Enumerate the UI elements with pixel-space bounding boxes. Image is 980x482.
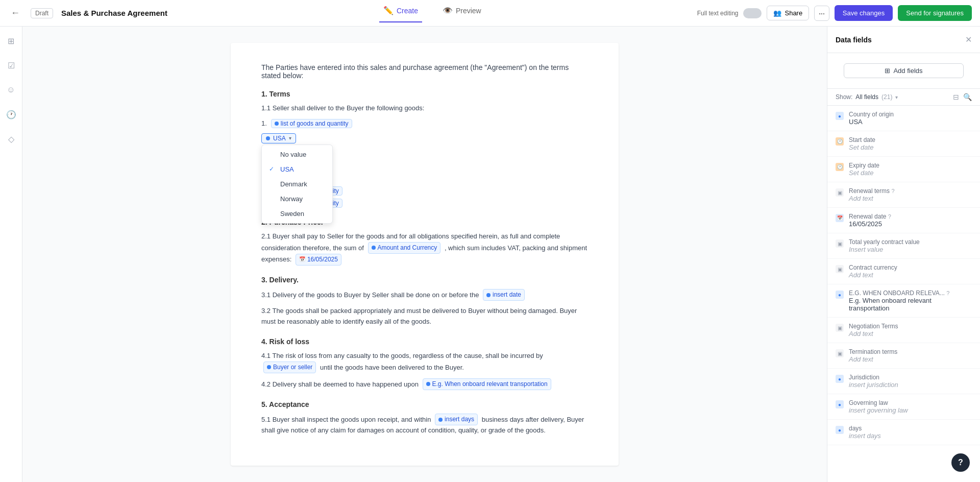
- panel-icon-1[interactable]: ⊞: [3, 33, 19, 49]
- tab-preview[interactable]: 👁️ Preview: [438, 4, 485, 22]
- cal-icon-1: 📅: [299, 255, 305, 263]
- field-info-termination-terms: Termination terms Add text: [849, 348, 972, 363]
- fields-list: ● Country of origin USA 🕐 Start date Set…: [827, 106, 980, 482]
- onboard-chip[interactable]: E.g. When onboard relevant transportatio…: [423, 378, 551, 390]
- section5-1: 5.1 Buyer shall inspect the goods upon r…: [261, 414, 588, 436]
- tab-create[interactable]: ✏️ Create: [379, 4, 422, 22]
- doc-area: The Parties have entered into this sales…: [22, 27, 827, 482]
- field-icon-governing-law: ●: [836, 400, 844, 408]
- panel-icon-3[interactable]: ☺: [3, 82, 19, 98]
- section4-title: 4. Risk of loss: [261, 338, 588, 346]
- dropdown-item-no-value[interactable]: No value: [262, 147, 332, 162]
- field-contract-currency[interactable]: ▣ Contract currency Add text: [827, 259, 980, 284]
- sidebar: Data fields ✕ ⊞ Add fields Show: All fie…: [827, 27, 980, 482]
- show-filter: Show: All fields (21) ▾ ⊟ 🔍: [827, 89, 980, 106]
- dropdown-item-denmark[interactable]: Denmark: [262, 177, 332, 191]
- field-info-days: days insert days: [849, 425, 972, 440]
- dropdown-item-sweden[interactable]: Sweden: [262, 206, 332, 221]
- panel-icon-2[interactable]: ☑: [3, 57, 19, 74]
- main: ⊞ ☑ ☺ 🕐 ◇ The Parties have entered into …: [0, 27, 980, 482]
- panel-icon-5[interactable]: ◇: [3, 131, 19, 147]
- field-value-governing-law: insert governing law: [849, 406, 972, 414]
- sidebar-title: Data fields: [836, 36, 872, 44]
- section4-2-pre: 4.2 Delivery shall be deemed to have hap…: [261, 380, 419, 388]
- sweden-label: Sweden: [280, 210, 304, 218]
- dropdown-item-usa[interactable]: ✓ USA: [262, 162, 332, 177]
- panel-icon-4[interactable]: 🕐: [3, 106, 19, 123]
- field-icon-country: ●: [836, 112, 844, 120]
- help-icon-renewal-terms: ?: [891, 188, 894, 194]
- field-info-expiry-date: Expiry date Set date: [849, 162, 972, 177]
- section5-1-pre: 5.1 Buyer shall inspect the goods upon r…: [261, 416, 431, 423]
- add-fields-button[interactable]: ⊞ Add fields: [844, 63, 964, 78]
- filter-icon[interactable]: ⊟: [953, 93, 959, 101]
- show-value[interactable]: All fields: [855, 93, 878, 101]
- field-icon-negotiation-terms: ▣: [836, 324, 844, 332]
- share-label: Share: [785, 9, 802, 17]
- help-button[interactable]: ?: [951, 453, 970, 472]
- section3-title: 3. Delivery.: [261, 276, 588, 284]
- insert-date-chip[interactable]: insert date: [483, 289, 525, 301]
- date-chip-1[interactable]: 📅 16/05/2025: [296, 254, 341, 266]
- field-start-date[interactable]: 🕐 Start date Set date: [827, 131, 980, 157]
- insert-date-label: insert date: [493, 290, 521, 300]
- country-dropdown-menu: No value ✓ USA Denmark Norway: [261, 144, 333, 224]
- field-renewal-date[interactable]: 📅 Renewal date ? 16/05/2025: [827, 208, 980, 233]
- field-total-yearly[interactable]: ▣ Total yearly contract value Insert val…: [827, 233, 980, 259]
- section2-1: 2.1 Buyer shall pay to Seller for the go…: [261, 231, 588, 266]
- add-fields-label: Add fields: [893, 67, 922, 75]
- field-country-of-origin[interactable]: ● Country of origin USA: [827, 106, 980, 131]
- field-expiry-date[interactable]: 🕐 Expiry date Set date: [827, 157, 980, 182]
- field-name-renewal-terms: Renewal terms ?: [849, 187, 972, 195]
- show-label: Show:: [836, 93, 852, 101]
- dropdown-item-norway[interactable]: Norway: [262, 191, 332, 206]
- field-value-termination-terms: Add text: [849, 355, 972, 363]
- field-value-eg-onboard: E.g. When onboard relevant transportatio…: [849, 297, 972, 312]
- topbar-center: ✏️ Create 👁️ Preview: [176, 4, 689, 22]
- section4-1-pre: 4.1 The risk of loss from any casualty t…: [261, 352, 543, 359]
- buyer-seller-dot: [267, 365, 271, 369]
- check-usa: ✓: [269, 165, 276, 173]
- field-name-renewal-date: Renewal date ?: [849, 213, 972, 220]
- field-value-renewal-terms: Add text: [849, 195, 972, 202]
- denmark-label: Denmark: [280, 180, 307, 188]
- country-selected[interactable]: USA ▾: [261, 133, 296, 143]
- show-count: (21): [881, 93, 892, 101]
- field-negotiation-terms[interactable]: ▣ Negotiation Terms Add text: [827, 318, 980, 343]
- field-value-total-yearly: Insert value: [849, 246, 972, 253]
- buyer-seller-chip[interactable]: Buyer or seller: [263, 362, 316, 373]
- country-dot: [266, 136, 270, 140]
- insert-date-dot: [486, 293, 491, 297]
- share-icon: 👥: [773, 9, 781, 17]
- field-icon-days: ●: [836, 426, 844, 434]
- section3-2: 3.2 The goods shall be packed appropriat…: [261, 306, 588, 327]
- left-icon-panel: ⊞ ☑ ☺ 🕐 ◇: [0, 27, 22, 482]
- save-button[interactable]: Save changes: [835, 5, 893, 21]
- list-item-1: 1. list of goods and quantity: [261, 119, 588, 128]
- amount-chip[interactable]: Amount and Currency: [368, 242, 441, 254]
- field-renewal-terms[interactable]: ▣ Renewal terms ? Add text: [827, 182, 980, 208]
- field-days[interactable]: ● days insert days: [827, 420, 980, 445]
- field-eg-onboard[interactable]: ● E.G. WHEN ONBOARD RELEVA... ? E.g. Whe…: [827, 284, 980, 318]
- days-chip[interactable]: insert days: [435, 414, 478, 425]
- back-button[interactable]: ←: [8, 6, 22, 20]
- sidebar-close-button[interactable]: ✕: [965, 35, 972, 44]
- amount-dot: [372, 246, 376, 250]
- buyer-seller-label: Buyer or seller: [273, 363, 312, 372]
- field-jurisdiction[interactable]: ● Jurisdiction insert jurisdiction: [827, 369, 980, 394]
- full-text-toggle[interactable]: [743, 8, 762, 18]
- field-termination-terms[interactable]: ▣ Termination terms Add text: [827, 343, 980, 369]
- date-label-1: 16/05/2025: [307, 255, 338, 264]
- more-button[interactable]: ···: [814, 6, 829, 21]
- field-icon-start-date: 🕐: [836, 137, 844, 146]
- show-right: ⊟ 🔍: [953, 93, 972, 101]
- search-icon[interactable]: 🔍: [963, 93, 972, 101]
- field-name-days: days: [849, 425, 972, 432]
- field-governing-law[interactable]: ● Governing law insert governing law: [827, 394, 980, 420]
- field-icon-jurisdiction: ●: [836, 375, 844, 383]
- send-button[interactable]: Send for signatures: [898, 5, 972, 21]
- list-goods-chip-1[interactable]: list of goods and quantity: [271, 119, 352, 128]
- share-button[interactable]: 👥 Share: [767, 6, 809, 20]
- field-value-contract-currency: Add text: [849, 271, 972, 279]
- field-info-eg-onboard: E.G. WHEN ONBOARD RELEVA... ? E.g. When …: [849, 290, 972, 312]
